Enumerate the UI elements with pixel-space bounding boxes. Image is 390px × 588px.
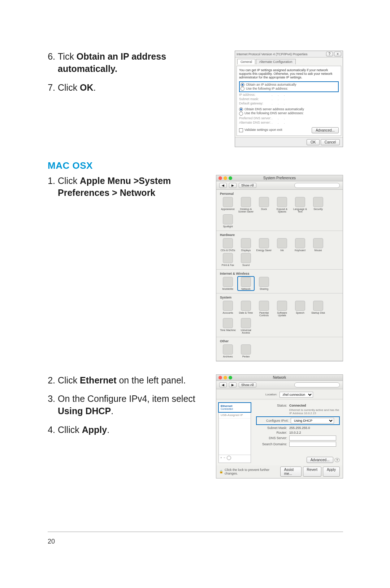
mac-step-4: Cllick Apply. (58, 424, 205, 436)
pref-label: Spotlight (220, 225, 236, 228)
pref-icon (223, 301, 233, 311)
search-input[interactable] (294, 183, 340, 188)
location-select[interactable]: zhel connection (280, 392, 313, 398)
status-value: Connected (289, 404, 306, 407)
sp-pane-archives[interactable]: Archives (220, 344, 236, 358)
configure-ipv4-select[interactable]: Using DHCP (291, 418, 334, 424)
add-interface-button[interactable]: + (220, 456, 222, 459)
sp-pane-mobileme[interactable]: MobileMe (220, 277, 236, 290)
show-all-button[interactable]: Show All (239, 382, 256, 387)
pref-icon (241, 238, 251, 248)
sp-pane-expos-spaces[interactable]: Exposé & Spaces (274, 197, 290, 213)
sp-pane-network[interactable]: Network (238, 277, 254, 290)
sp-pane-appearance[interactable]: Appearance (220, 197, 236, 213)
sp-pane-energy-saver[interactable]: Energy Saver (256, 238, 272, 252)
dns-input[interactable] (289, 435, 336, 441)
step-7: Click OK. (58, 82, 224, 94)
pref-icon (313, 238, 323, 248)
sp-pane-ink[interactable]: Ink (274, 238, 290, 252)
pref-label: Speech (292, 312, 308, 314)
sp-pane-mouse[interactable]: Mouse (310, 238, 326, 252)
forward-button[interactable]: ▶ (229, 382, 237, 387)
sp-pane-date-time[interactable]: Date & Time (238, 301, 254, 317)
radio-manual-dns[interactable]: Use the following DNS server addresses: (239, 111, 339, 115)
field-alt-dns: Alternate DNS server:. . . (239, 121, 339, 124)
sp-pane-parental-controls[interactable]: Parental Controls (256, 301, 272, 317)
cancel-button[interactable]: Cancel (321, 139, 340, 145)
sp-pane-software-update[interactable]: Software Update (274, 301, 290, 317)
page-number: 20 (48, 538, 55, 545)
back-button[interactable]: ◀ (219, 183, 227, 188)
radio-auto-ip[interactable]: Obtain an IP address automatically (240, 83, 337, 87)
sp-pane-print-fax[interactable]: Print & Fax (220, 253, 236, 266)
lock-icon[interactable]: 🔒 (219, 470, 223, 473)
sp-pane-dock[interactable]: Dock (256, 197, 272, 213)
sp-pane-sound[interactable]: Sound (238, 253, 254, 266)
radio-auto-dns[interactable]: Obtain DNS server address automatically (239, 107, 339, 111)
search-domains-input[interactable] (289, 442, 336, 447)
section-heading-mac: MAC OSX (48, 160, 343, 171)
search-input[interactable] (294, 382, 340, 387)
mac-step-1: Click Apple Menu >System Preferences > N… (58, 175, 205, 199)
pref-icon (241, 318, 251, 328)
sp-pane-time-machine[interactable]: Time Machine (220, 318, 236, 334)
revert-button[interactable]: Revert (303, 467, 321, 477)
forward-button[interactable]: ▶ (229, 183, 237, 188)
sp-pane-perian[interactable]: Perian (238, 344, 254, 358)
assist-button[interactable]: Assist me... (280, 467, 302, 477)
advanced-button[interactable]: Advanced... (307, 457, 334, 463)
sp-pane-keyboard[interactable]: Keyboard (292, 238, 308, 252)
network-sidebar: Ethernet Connected USB-Assigned IP + − (218, 403, 251, 463)
advanced-button[interactable]: Advanced... (312, 127, 339, 133)
apply-button[interactable]: Apply (323, 467, 340, 477)
remove-interface-button[interactable]: − (223, 456, 226, 459)
sp-pane-speech[interactable]: Speech (292, 301, 308, 317)
pref-icon (259, 277, 269, 287)
help-icon[interactable]: ? (326, 52, 333, 56)
sp-pane-startup-disk[interactable]: Startup Disk (310, 301, 326, 317)
sp-section-header: Internet & Wireless (220, 272, 339, 275)
sp-pane-security[interactable]: Security (310, 197, 326, 213)
pref-label: Security (310, 208, 326, 210)
tab-alt-config[interactable]: Alternate Configuration (256, 59, 296, 64)
pref-label: Archives (220, 355, 236, 358)
mac-step-3: On the Configure IPv4, item select Using… (58, 393, 205, 417)
sp-pane-language-text[interactable]: Language & Text (292, 197, 308, 213)
ok-button[interactable]: OK (307, 139, 320, 145)
sidebar-item-usb[interactable]: USB-Assigned IP (219, 412, 251, 419)
screenshot-ipv4-properties: Internet Protocol Version 4 (TCP/IPv4) P… (235, 51, 343, 147)
pref-label: Ink (274, 249, 290, 252)
field-subnet: Subnet mask:. . . (239, 97, 339, 101)
subnet-value: 255.255.255.0 (289, 426, 310, 430)
sp-pane-sharing[interactable]: Sharing (256, 277, 272, 290)
pref-label: CDs & DVDs (220, 249, 236, 252)
close-icon[interactable]: × (334, 52, 341, 56)
footer-rule (48, 532, 343, 532)
instructions-win: Tick Obtain an IP address automatically.… (48, 51, 224, 100)
pref-icon (223, 277, 233, 287)
tab-general[interactable]: General (237, 59, 255, 64)
pref-icon (259, 238, 269, 248)
pref-icon (241, 277, 251, 287)
sp-pane-spotlight[interactable]: Spotlight (220, 214, 236, 228)
pref-icon (259, 197, 269, 207)
gear-icon[interactable] (227, 456, 231, 460)
sp-pane-desktop-screen-saver[interactable]: Desktop & Screen Saver (238, 197, 254, 213)
sp-pane-cds-dvds[interactable]: CDs & DVDs (220, 238, 236, 252)
sp-pane-universal-access[interactable]: Universal Access (238, 318, 254, 334)
pref-label: Parental Controls (256, 312, 272, 317)
pref-label: Mouse (310, 249, 326, 252)
radio-manual-ip[interactable]: Use the following IP address: (240, 87, 337, 91)
sp-pane-accounts[interactable]: Accounts (220, 301, 236, 317)
validate-checkbox[interactable]: Validate settings upon exit (239, 128, 282, 132)
pref-icon (295, 197, 305, 207)
sidebar-item-ethernet[interactable]: Ethernet Connected (219, 403, 251, 412)
show-all-button[interactable]: Show All (239, 183, 256, 188)
help-icon[interactable]: ? (334, 458, 340, 462)
pref-label: Keyboard (292, 249, 308, 252)
pref-label: Appearance (220, 208, 236, 210)
back-button[interactable]: ◀ (219, 382, 227, 387)
sp-section-header: Other (220, 339, 339, 343)
pref-label: Exposé & Spaces (274, 208, 290, 213)
sp-pane-displays[interactable]: Displays (238, 238, 254, 252)
